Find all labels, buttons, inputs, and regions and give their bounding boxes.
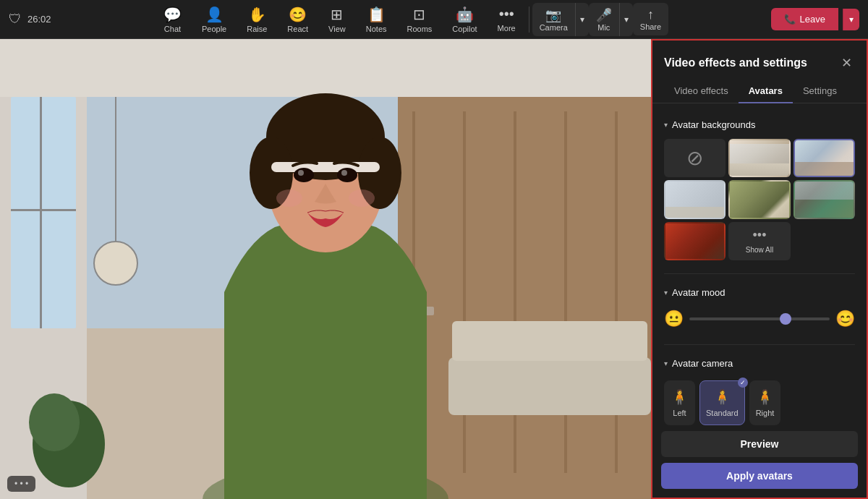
- show-all-label: Show All: [746, 246, 773, 254]
- camera-icon: 📷: [545, 7, 561, 23]
- svg-point-32: [337, 168, 357, 182]
- share-button-group: ↑ Share: [633, 3, 668, 35]
- topbar-right: 📞 Leave ▾: [771, 8, 859, 30]
- nav-divider: [529, 7, 529, 33]
- background-room5[interactable]: [793, 180, 855, 218]
- background-show-all[interactable]: ••• Show All: [728, 222, 790, 260]
- mood-happy-emoji: 😊: [835, 310, 855, 328]
- background-room3[interactable]: [664, 180, 726, 218]
- nav-label-copilot: Copilot: [452, 25, 477, 33]
- nav-item-raise[interactable]: ✋ Raise: [237, 1, 277, 38]
- divider-1: [664, 273, 855, 274]
- avatar-backgrounds-section: ▾ Avatar backgrounds ⊘: [652, 109, 867, 270]
- avatar-backgrounds-header[interactable]: ▾ Avatar backgrounds: [652, 115, 867, 135]
- leave-phone-icon: 📞: [784, 14, 796, 25]
- camera-standard-icon: 🧍: [713, 388, 731, 406]
- mic-button[interactable]: 🎤 Mic: [589, 3, 619, 36]
- preview-button[interactable]: Preview: [661, 431, 858, 457]
- shield-icon: 🛡: [9, 12, 22, 27]
- mood-sad-emoji: 😐: [664, 310, 684, 328]
- nav-label-react: React: [287, 25, 308, 33]
- background-room4[interactable]: [728, 180, 790, 218]
- camera-standard-option[interactable]: 🧍 Standard: [699, 380, 745, 425]
- camera-options-container: 🧍 Left 🧍 Standard ✓: [652, 373, 867, 425]
- nav-item-rooms[interactable]: ⊡ Rooms: [397, 1, 443, 38]
- notes-icon: 📋: [367, 6, 386, 23]
- avatar-mood-section: ▾ Avatar mood 😐 😊: [652, 277, 867, 341]
- svg-rect-9: [463, 111, 466, 473]
- nav-label-raise: Raise: [247, 25, 267, 33]
- camera-label: Camera: [540, 23, 568, 32]
- svg-point-33: [298, 170, 304, 176]
- svg-rect-20: [448, 357, 651, 415]
- camera-left-icon: 🧍: [671, 388, 689, 406]
- raise-icon: ✋: [248, 6, 266, 23]
- nav-item-chat[interactable]: 💬 Chat: [153, 1, 192, 38]
- none-icon: ⊘: [686, 146, 703, 170]
- leave-dropdown-arrow[interactable]: ▾: [843, 9, 859, 30]
- nav-label-chat: Chat: [164, 25, 181, 33]
- svg-point-23: [29, 393, 80, 451]
- share-icon: ↑: [647, 7, 654, 22]
- backgrounds-chevron: ▾: [664, 121, 668, 129]
- panel-content: ▾ Avatar backgrounds ⊘: [652, 103, 867, 425]
- tab-video-effects[interactable]: Video effects: [664, 80, 739, 103]
- panel-title: Video effects and settings: [664, 56, 807, 69]
- camera-right-option[interactable]: 🧍 Right: [749, 380, 781, 425]
- video-more-button[interactable]: • • •: [7, 476, 35, 492]
- copilot-icon: 🤖: [456, 6, 474, 23]
- mood-slider[interactable]: [689, 317, 830, 320]
- svg-rect-10: [514, 111, 516, 473]
- avatar-camera-header[interactable]: ▾ Avatar camera: [652, 354, 867, 373]
- mic-label: Mic: [597, 23, 610, 32]
- background-room2[interactable]: [793, 139, 855, 177]
- show-all-dots: •••: [753, 228, 767, 243]
- apply-avatars-button[interactable]: Apply avatars: [661, 463, 858, 489]
- svg-rect-21: [452, 321, 647, 361]
- tab-settings[interactable]: Settings: [793, 80, 847, 103]
- nav-item-copilot[interactable]: 🤖 Copilot: [442, 1, 487, 38]
- nav-item-more[interactable]: ••• More: [488, 1, 526, 37]
- mood-controls: 😐 😊: [652, 302, 867, 336]
- camera-dropdown-arrow[interactable]: ▾: [575, 3, 589, 36]
- camera-standard-label: Standard: [706, 409, 739, 417]
- avatar-mood-header[interactable]: ▾ Avatar mood: [652, 283, 867, 302]
- mic-dropdown-arrow[interactable]: ▾: [619, 3, 633, 36]
- panel-footer: Preview Apply avatars: [652, 425, 867, 498]
- share-button[interactable]: ↑ Share: [633, 3, 668, 35]
- camera-left-wrap: 🧍 Left: [664, 380, 695, 425]
- panel-close-button[interactable]: ✕: [838, 52, 855, 74]
- camera-left-option[interactable]: 🧍 Left: [664, 380, 695, 425]
- topbar-left: 🛡 26:02: [9, 12, 51, 27]
- svg-rect-30: [271, 162, 380, 172]
- camera-options: 🧍 Left 🧍 Standard ✓: [664, 378, 855, 425]
- mood-chevron: ▾: [664, 289, 668, 297]
- rooms-icon: ⊡: [413, 6, 425, 23]
- nav-item-view[interactable]: ⊞ View: [318, 1, 356, 38]
- camera-button-group: 📷 Camera ▾: [532, 3, 589, 36]
- svg-rect-4: [11, 97, 76, 328]
- more-icon: •••: [499, 6, 514, 22]
- main-area: • • • Video effects and settings ✕ Video…: [0, 39, 868, 499]
- chat-icon: 💬: [163, 6, 182, 23]
- camera-button[interactable]: 📷 Camera: [532, 3, 575, 36]
- mic-button-group: 🎤 Mic ▾: [589, 3, 633, 36]
- panel-tabs: Video effects Avatars Settings: [652, 80, 867, 103]
- camera-standard-wrap: 🧍 Standard ✓: [699, 380, 745, 425]
- background-room1[interactable]: [728, 139, 790, 177]
- svg-rect-6: [11, 209, 76, 211]
- nav-label-view: View: [328, 25, 346, 33]
- video-more-dots: • • •: [14, 479, 28, 489]
- background-none[interactable]: ⊘: [664, 139, 726, 177]
- nav-item-people[interactable]: 👤 People: [192, 1, 237, 38]
- camera-right-label: Right: [756, 409, 775, 417]
- svg-rect-11: [564, 111, 567, 473]
- nav-item-notes[interactable]: 📋 Notes: [356, 1, 397, 38]
- leave-button[interactable]: 📞 Leave: [771, 8, 838, 30]
- camera-right-wrap: 🧍 Right: [749, 380, 781, 425]
- background-room6[interactable]: [664, 222, 726, 260]
- tab-avatars[interactable]: Avatars: [739, 80, 793, 103]
- mic-icon: 🎤: [596, 7, 612, 23]
- share-label: Share: [640, 22, 661, 31]
- nav-item-react[interactable]: 😊 React: [277, 1, 318, 38]
